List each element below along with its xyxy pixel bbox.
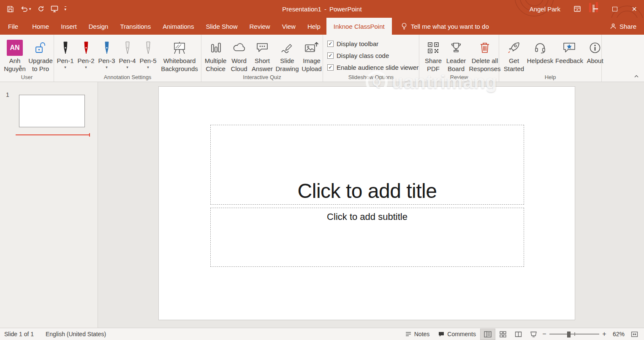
slide[interactable]: Click to add title Click to add subtitle: [158, 86, 575, 320]
pen-2-button[interactable]: Pen-2 ▾: [76, 38, 96, 69]
tab-transitions[interactable]: Transitions: [114, 18, 157, 35]
maximize-button[interactable]: [605, 0, 625, 18]
image-upload-button[interactable]: Image Upload: [300, 38, 323, 74]
slideshow-view-button[interactable]: [526, 329, 541, 340]
minimize-button[interactable]: [586, 0, 605, 18]
option-enable-audience-slide-viewer[interactable]: ✓ Enable audience slide viewer: [327, 63, 418, 72]
group-interactive-quiz: Multiple Choice Word Cloud Short Answer …: [201, 35, 323, 82]
checkbox-icon[interactable]: ✓: [327, 52, 334, 59]
speech-bubble-icon: [255, 41, 269, 54]
pen-1-button[interactable]: Pen-1 ▾: [55, 38, 76, 69]
dropdown-caret-icon[interactable]: ▾: [126, 66, 128, 69]
leader-board-button[interactable]: Leader Board: [445, 38, 467, 74]
close-button[interactable]: ×: [625, 0, 644, 18]
review-button-label: Delete all Responses: [469, 57, 500, 73]
upgrade-to-pro-button[interactable]: Upgrade to Pro: [27, 38, 54, 74]
tab-help[interactable]: Help: [302, 18, 326, 35]
help-button-label: Helpdesk: [527, 57, 554, 65]
tab-review[interactable]: Review: [243, 18, 276, 35]
unlock-icon: [34, 41, 47, 54]
save-icon: [7, 5, 14, 13]
zoom-out-button[interactable]: −: [541, 331, 548, 337]
tab-insert[interactable]: Insert: [55, 18, 83, 35]
pen-label: Pen-3: [98, 57, 115, 65]
fit-to-window-button[interactable]: [627, 329, 641, 340]
dropdown-caret-icon[interactable]: ▾: [85, 66, 87, 69]
share-button[interactable]: Share: [607, 18, 639, 35]
pen-3-button[interactable]: Pen-3 ▾: [96, 38, 117, 69]
option-label: Display class code: [337, 52, 389, 59]
multiple-choice-button[interactable]: Multiple Choice: [203, 38, 228, 74]
dropdown-caret-icon[interactable]: ▾: [64, 66, 66, 69]
present-icon: [51, 5, 58, 12]
avatar: AN: [7, 40, 23, 56]
tab-design[interactable]: Design: [83, 18, 114, 35]
pen-5-button[interactable]: Pen-5 ▾: [138, 38, 158, 69]
normal-view-button[interactable]: [480, 329, 495, 340]
slide-thumbnail[interactable]: [19, 95, 85, 127]
group-label-quiz: Interactive Quiz: [201, 74, 323, 80]
feedback-button[interactable]: Feedback: [554, 38, 584, 66]
lightbulb-icon: [401, 22, 407, 30]
pen-5-icon: [143, 41, 153, 55]
dropdown-caret-icon[interactable]: ▾: [106, 66, 108, 69]
tab-view[interactable]: View: [276, 18, 302, 35]
group-label-user: User: [0, 74, 54, 80]
short-answer-button[interactable]: Short Answer: [250, 38, 274, 74]
tab-slide-show[interactable]: Slide Show: [200, 18, 243, 35]
zoom-level[interactable]: 62%: [608, 331, 627, 337]
customize-quick-access-button[interactable]: ▾: [65, 6, 67, 11]
reading-view-button[interactable]: [511, 329, 526, 340]
subtitle-placeholder[interactable]: Click to add subtitle: [210, 208, 524, 267]
slide-drawing-button[interactable]: Slide Drawing: [274, 38, 300, 74]
word-cloud-button[interactable]: Word Cloud: [228, 38, 250, 74]
slide-info: Slide 1 of 1: [0, 331, 46, 337]
quiz-button-label: Short Answer: [252, 57, 273, 73]
collapse-ribbon-button[interactable]: [634, 72, 639, 80]
dropdown-caret-icon[interactable]: ▾: [29, 7, 31, 11]
pen-4-button[interactable]: Pen-4 ▾: [117, 38, 138, 69]
dropdown-caret-icon[interactable]: ▾: [147, 66, 149, 69]
get-started-button[interactable]: Get Started: [502, 38, 526, 74]
pen-3-icon: [102, 41, 112, 55]
ribbon-display-options-button[interactable]: [569, 0, 586, 18]
tab-inknoe-classpoint[interactable]: Inknoe ClassPoint: [326, 18, 392, 35]
user-profile-button[interactable]: AN Anh Nguyễn: [3, 38, 27, 74]
redo-button[interactable]: [38, 5, 44, 12]
signed-in-user[interactable]: Angel Park: [521, 5, 569, 13]
ribbon-tabs: File Home Insert Design Transitions Anim…: [0, 18, 644, 35]
help-button-label: Feedback: [555, 57, 583, 65]
share-pdf-button[interactable]: Share PDF: [422, 38, 445, 74]
save-button[interactable]: [7, 5, 14, 13]
notes-button[interactable]: Notes: [401, 331, 434, 337]
thumbnail-underline-annotation: [16, 134, 90, 135]
start-presentation-button[interactable]: [51, 5, 58, 12]
option-display-toolbar[interactable]: ✓ Display toolbar: [327, 39, 378, 48]
language-status[interactable]: English (United States): [46, 331, 106, 337]
tell-me-box[interactable]: Tell me what you want to do: [395, 18, 495, 35]
notes-icon: [405, 331, 412, 337]
help-button-label: About: [587, 57, 603, 65]
tab-home[interactable]: Home: [26, 18, 55, 35]
tab-animations[interactable]: Animations: [157, 18, 200, 35]
helpdesk-button[interactable]: Helpdesk: [526, 38, 554, 66]
trophy-icon: [450, 41, 462, 54]
option-display-class-code[interactable]: ✓ Display class code: [327, 51, 389, 60]
whiteboard-backgrounds-button[interactable]: Whiteboard Backgrounds: [158, 38, 201, 74]
title-placeholder[interactable]: Click to add title: [210, 125, 524, 205]
comments-button[interactable]: Comments: [434, 331, 480, 337]
checkbox-icon[interactable]: ✓: [327, 41, 334, 47]
checkbox-icon[interactable]: ✓: [327, 64, 334, 71]
zoom-slider-thumb[interactable]: [567, 332, 571, 337]
zoom-in-button[interactable]: +: [601, 331, 608, 337]
zoom-slider[interactable]: [549, 331, 599, 337]
undo-button[interactable]: ▾: [20, 5, 31, 12]
group-label-slideshow-options: Slideshow Options: [323, 74, 419, 80]
slide-sorter-view-button[interactable]: [495, 329, 511, 340]
title-dash: -: [324, 5, 326, 13]
notes-label: Notes: [414, 331, 430, 337]
quiz-button-label: Image Upload: [302, 57, 322, 73]
close-icon: ×: [632, 5, 637, 13]
tab-file[interactable]: File: [0, 18, 26, 35]
delete-all-responses-button[interactable]: Delete all Responses: [467, 38, 502, 74]
